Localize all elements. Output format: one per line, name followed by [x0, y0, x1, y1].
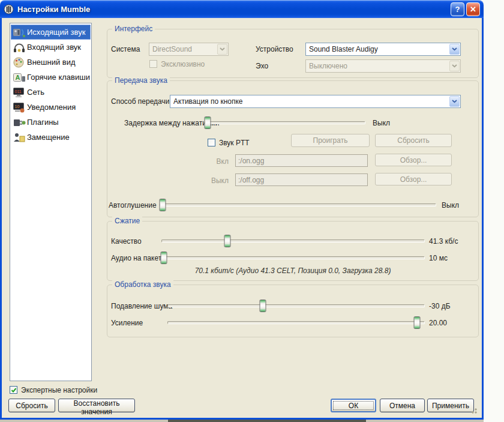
slider-thumb[interactable]	[161, 252, 167, 264]
sidebar-item-label: Сеть	[27, 88, 44, 97]
slider-thumb[interactable]	[224, 235, 230, 247]
amplification-value: 20.00	[429, 319, 447, 327]
device-label: Устройство	[256, 45, 293, 53]
overlay-icon	[11, 131, 27, 143]
noise-suppression-value: -30 дБ	[429, 302, 451, 310]
echo-select: Выключено	[305, 59, 461, 73]
mumble-app-icon	[4, 4, 14, 14]
restore-defaults-button[interactable]: Восстановить значения	[58, 399, 135, 412]
quality-value: 41.3 кб/с	[429, 237, 458, 246]
notifications-icon: 10	[11, 101, 27, 113]
window-title: Настройки Mumble	[17, 5, 449, 14]
amplification-slider[interactable]	[167, 316, 425, 329]
play-button: Проиграть	[291, 134, 370, 147]
group-title: Сжатие	[112, 217, 142, 225]
ptt-sound-label: Звук PTT	[219, 139, 250, 147]
sidebar-item-label: Горячие клавиши	[27, 73, 90, 82]
slider-track[interactable]	[206, 121, 365, 124]
outgoing-audio-icon	[11, 26, 27, 38]
doubleclick-delay-slider[interactable]	[206, 116, 365, 129]
hotkeys-icon: A	[11, 71, 27, 83]
plugins-icon	[11, 116, 27, 128]
slider-track[interactable]	[161, 256, 425, 259]
background-window-fragment	[168, 420, 366, 422]
off-sound-label: Выкл	[124, 176, 229, 185]
on-sound-label: Вкл	[124, 157, 229, 166]
echo-select-value: Выключено	[309, 62, 347, 70]
sidebar-item-appearance[interactable]: Внешний вид	[11, 55, 91, 70]
slider-track[interactable]	[167, 321, 425, 324]
browse-on-button: Обзор...	[375, 154, 452, 166]
expert-settings-checkbox[interactable]	[10, 386, 17, 394]
sidebar-item-plugins[interactable]: Плагины	[11, 115, 91, 130]
svg-text:011: 011	[14, 89, 21, 94]
group-title: Обработка звука	[112, 280, 173, 289]
echo-label: Эхо	[256, 62, 268, 70]
system-select-value: DirectSound	[152, 45, 192, 53]
sidebar-item-network[interactable]: 011 Сеть	[11, 85, 91, 100]
slider-thumb[interactable]	[414, 316, 421, 329]
svg-text:10: 10	[14, 104, 19, 109]
titlebar[interactable]: Настройки Mumble ? ✕	[0, 0, 484, 18]
sidebar-item-label: Замещение	[27, 133, 70, 142]
transmit-method-label: Способ передачи	[111, 97, 169, 106]
settings-category-list: Исходящий звук Входящий звук Внешний вид…	[10, 23, 92, 381]
settings-window: Настройки Mumble ? ✕ Исходящий звук Вход…	[0, 0, 484, 420]
exclusive-checkbox	[149, 60, 157, 68]
amplification-label: Усиление	[111, 319, 143, 327]
reset-sound-button: Сбросить	[375, 134, 452, 147]
chevron-down-icon	[449, 96, 460, 107]
sidebar-item-label: Входящий звук	[27, 43, 81, 52]
automute-label: Автоглушение	[109, 201, 157, 209]
processing-group: Обработка звука Подавление шума -30 дБ У…	[107, 285, 479, 337]
sidebar-item-outgoing-audio[interactable]: Исходящий звук	[11, 25, 91, 40]
appearance-icon	[11, 56, 27, 68]
sidebar-item-label: Уведомления	[27, 103, 76, 112]
expert-settings-label: Экспертные настройки	[21, 386, 97, 394]
dialog-body: Исходящий звук Входящий звук Внешний вид…	[0, 18, 484, 420]
automute-value: Выкл	[442, 201, 459, 209]
interface-group: Интерфейс Система DirectSound Устройство…	[107, 29, 479, 78]
automute-slider[interactable]	[160, 199, 436, 211]
transmit-method-value: Активация по кнопке	[173, 97, 243, 106]
sidebar-item-overlay[interactable]: Замещение	[11, 130, 91, 145]
svg-text:A: A	[15, 74, 20, 81]
slider-thumb[interactable]	[204, 116, 211, 129]
sidebar-item-notifications[interactable]: 10 Уведомления	[11, 100, 91, 115]
slider-track[interactable]	[161, 240, 425, 243]
sidebar-item-incoming-audio[interactable]: Входящий звук	[11, 40, 91, 55]
system-select: DirectSound	[149, 43, 229, 56]
off-sound-input	[235, 173, 368, 186]
help-button[interactable]: ?	[451, 2, 464, 16]
device-select[interactable]: Sound Blaster Audigy	[305, 43, 461, 56]
device-select-value: Sound Blaster Audigy	[309, 45, 378, 53]
network-icon: 011	[11, 86, 27, 98]
slider-track[interactable]	[160, 203, 436, 206]
chevron-down-icon	[449, 61, 460, 71]
screen: Настройки Mumble ? ✕ Исходящий звук Вход…	[0, 0, 504, 422]
chevron-down-icon	[449, 44, 460, 55]
sidebar-item-shortcuts[interactable]: A Горячие клавиши	[11, 70, 91, 85]
close-button[interactable]: ✕	[466, 2, 480, 16]
slider-track[interactable]	[167, 304, 425, 307]
reset-button[interactable]: Сбросить	[8, 399, 55, 412]
exclusive-label: Эксклюзивно	[161, 60, 205, 68]
group-title: Передача звука	[112, 76, 170, 85]
incoming-audio-icon	[11, 41, 27, 53]
quality-slider[interactable]	[161, 235, 425, 247]
noise-suppression-slider[interactable]	[167, 300, 425, 312]
resize-grip[interactable]	[469, 406, 478, 414]
transmit-method-select[interactable]: Активация по кнопке	[170, 95, 461, 108]
ptt-sound-checkbox[interactable]	[208, 139, 215, 146]
slider-thumb[interactable]	[159, 199, 166, 211]
cancel-button[interactable]: Отмена	[380, 399, 425, 412]
noise-suppression-label: Подавление шума	[111, 302, 172, 310]
slider-thumb[interactable]	[259, 300, 266, 312]
bandwidth-status-line: 70.1 кбит/с (Аудио 41.3 CELT, Позиция 0.…	[107, 267, 478, 275]
apply-button[interactable]: Применить	[427, 399, 474, 412]
ok-button[interactable]: ОК	[331, 399, 376, 412]
audio-per-packet-slider[interactable]	[161, 252, 425, 264]
audio-per-packet-value: 10 мс	[429, 254, 448, 262]
group-title: Интерфейс	[112, 25, 155, 33]
chevron-down-icon	[217, 44, 227, 55]
